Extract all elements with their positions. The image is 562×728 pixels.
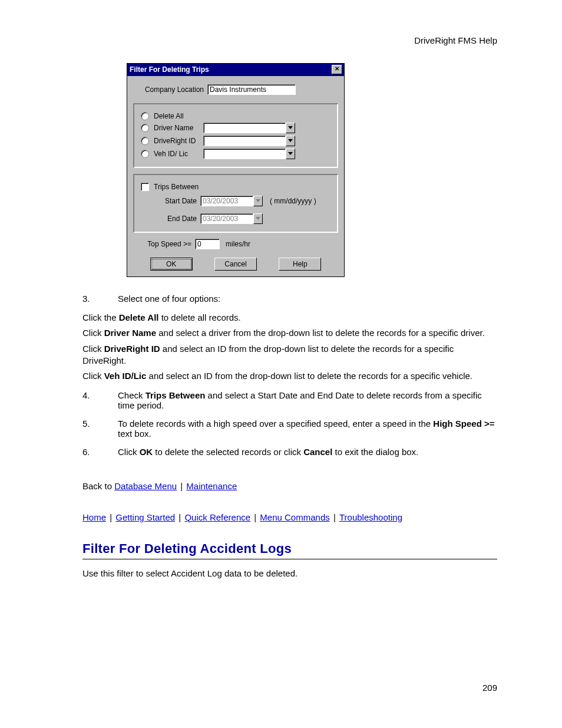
- close-button[interactable]: ✕: [332, 65, 342, 74]
- step-number: 3.: [82, 294, 118, 304]
- company-location-label: Company Location: [139, 85, 207, 94]
- dialog-body: Company Location Davis Instruments Delet…: [127, 76, 344, 276]
- close-icon: ✕: [335, 65, 339, 72]
- top-speed-field[interactable]: 0: [195, 239, 220, 249]
- ok-button[interactable]: OK: [150, 258, 193, 271]
- svg-marker-3: [256, 199, 260, 202]
- radio-driveright-id-label: DriveRight ID: [154, 137, 203, 145]
- section-heading: Filter For Deleting Accident Logs: [82, 541, 497, 556]
- instruction-delete-all: Click the Delete All to delete all recor…: [82, 312, 497, 324]
- step-number: 5.: [82, 419, 118, 439]
- footer-nav: Home | Getting Started | Quick Reference…: [82, 512, 497, 523]
- svg-marker-4: [256, 217, 260, 220]
- radio-driveright-id[interactable]: [141, 137, 149, 145]
- step-text: Select one of four options:: [118, 294, 220, 304]
- veh-id-lic-combo[interactable]: [203, 149, 295, 159]
- radio-driver-name[interactable]: [141, 124, 149, 132]
- instruction-driver-name: Click Driver Name and select a driver fr…: [82, 327, 497, 339]
- step-4: 4. Check Trips Between and select a Star…: [82, 390, 497, 410]
- dropdown-icon[interactable]: [253, 213, 263, 224]
- trips-between-checkbox[interactable]: [141, 183, 149, 191]
- step-text: Check Trips Between and select a Start D…: [118, 390, 497, 410]
- step-text: To delete records with a high speed over…: [118, 419, 497, 439]
- step-3: 3. Select one of four options:: [82, 294, 497, 304]
- step-6: 6. Click OK to delete the selected recor…: [82, 447, 497, 457]
- dropdown-icon[interactable]: [286, 136, 295, 146]
- dropdown-icon[interactable]: [253, 196, 263, 206]
- radio-veh-id-lic-label: Veh ID/ Lic: [154, 150, 203, 158]
- top-speed-label: Top Speed >=: [135, 240, 195, 248]
- filter-options-group: Delete All Driver Name DriveRight ID: [133, 103, 338, 168]
- driveright-id-combo[interactable]: [203, 136, 295, 146]
- company-location-field[interactable]: Davis Instruments: [207, 84, 296, 95]
- date-format-hint: ( mm/dd/yyyy ): [270, 197, 316, 205]
- page-header: DriveRight FMS Help: [82, 35, 497, 45]
- dialog-title: Filter For Deleting Trips: [130, 65, 209, 74]
- filter-dialog: Filter For Deleting Trips ✕ Company Loca…: [127, 63, 345, 277]
- instruction-driveright-id: Click DriveRight ID and select an ID fro…: [82, 343, 497, 367]
- step-5: 5. To delete records with a high speed o…: [82, 419, 497, 439]
- link-troubleshooting[interactable]: Troubleshooting: [339, 512, 402, 522]
- radio-veh-id-lic[interactable]: [141, 150, 149, 158]
- heading-rule: [82, 559, 497, 559]
- ok-button-label: OK: [151, 259, 191, 269]
- start-date-value: 03/20/2003: [200, 196, 253, 206]
- link-quick-reference[interactable]: Quick Reference: [184, 512, 250, 522]
- dropdown-icon[interactable]: [286, 149, 295, 159]
- page-number: 209: [482, 683, 497, 693]
- link-getting-started[interactable]: Getting Started: [115, 512, 175, 522]
- svg-marker-1: [288, 139, 293, 142]
- driver-name-combo[interactable]: [203, 123, 295, 133]
- trips-between-group: Trips Between Start Date 03/20/2003 ( mm…: [133, 174, 338, 233]
- trips-between-label: Trips Between: [154, 183, 199, 191]
- back-to-links: Back to Database Menu | Maintenance: [82, 480, 497, 492]
- top-speed-units: miles/hr: [226, 240, 250, 248]
- radio-delete-all[interactable]: [141, 112, 149, 120]
- end-date-combo[interactable]: 03/20/2003: [200, 213, 263, 224]
- step-text: Click OK to delete the selected records …: [118, 447, 418, 457]
- start-date-combo[interactable]: 03/20/2003: [200, 196, 263, 206]
- cancel-button[interactable]: Cancel: [214, 258, 257, 271]
- end-date-value: 03/20/2003: [200, 213, 253, 224]
- help-button[interactable]: Help: [279, 258, 321, 271]
- step-number: 6.: [82, 447, 118, 457]
- start-date-label: Start Date: [141, 197, 200, 205]
- section-intro: Use this filter to select Accident Log d…: [82, 568, 497, 579]
- svg-marker-0: [288, 126, 293, 129]
- step-number: 4.: [82, 390, 118, 410]
- radio-delete-all-label: Delete All: [154, 112, 184, 120]
- dropdown-icon[interactable]: [286, 123, 295, 133]
- dialog-titlebar: Filter For Deleting Trips ✕: [127, 64, 344, 76]
- link-home[interactable]: Home: [82, 512, 106, 522]
- radio-driver-name-label: Driver Name: [154, 124, 203, 132]
- link-maintenance[interactable]: Maintenance: [186, 481, 237, 491]
- instruction-veh-id-lic: Click Veh ID/Lic and select an ID from t…: [82, 370, 497, 382]
- link-database-menu[interactable]: Database Menu: [114, 481, 177, 491]
- end-date-label: End Date: [141, 215, 200, 223]
- link-menu-commands[interactable]: Menu Commands: [260, 512, 329, 522]
- svg-marker-2: [288, 152, 293, 155]
